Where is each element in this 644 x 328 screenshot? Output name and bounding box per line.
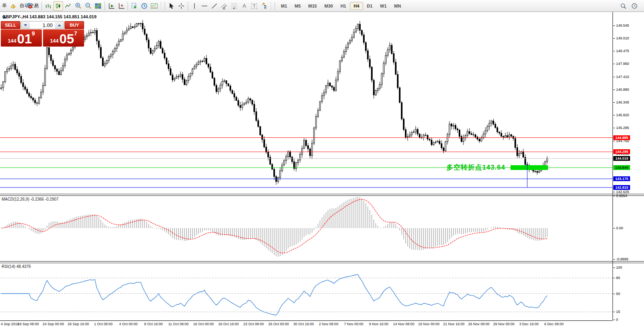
timeframe-m1-button[interactable]: M1: [277, 2, 291, 10]
time-axis[interactable]: 4 Sep 201819 Sep 08:0024 Sep 00:0026 Sep…: [0, 321, 613, 328]
toolbar-right-icons: [618, 1, 643, 11]
axis-tick-label: 146.345: [616, 100, 629, 105]
price-axis[interactable]: 149.545149.010148.475147.950147.410146.8…: [613, 12, 644, 320]
time-button[interactable]: [630, 1, 639, 11]
fibonacci-button[interactable]: F: [230, 1, 239, 11]
axis-tick-label: 149.545: [616, 23, 629, 28]
volume-spinner: 1.00: [21, 21, 64, 29]
chart-shift-icon: [118, 3, 125, 9]
text-button[interactable]: A: [240, 1, 249, 11]
spinner-up-icon: [58, 24, 61, 26]
main-toolbar: 单 自动交易: [0, 0, 644, 12]
one-click-trading-panel: SELL 1.00 BUY 144 01 9 144 05 7: [1, 21, 84, 47]
axis-tick-label: 149.010: [616, 36, 629, 41]
time-axis-label: 26 Sep 16:00: [68, 322, 89, 326]
timeframe-h4-button[interactable]: H4: [350, 2, 363, 10]
sell-price-prefix: 144: [8, 38, 16, 44]
price-chart-canvas[interactable]: [0, 12, 613, 194]
time-axis-label: 4 Sep 2018: [1, 322, 19, 326]
macd-panel-canvas[interactable]: [0, 196, 613, 261]
timeframe-m30-button[interactable]: M30: [321, 2, 336, 10]
time-axis-label: 18 Oct 16:00: [218, 322, 239, 326]
templates-button[interactable]: [149, 1, 159, 11]
text-label-button[interactable]: T: [249, 1, 259, 11]
timeframe-m5-button[interactable]: M5: [291, 2, 304, 10]
periods-clock-icon: [141, 3, 147, 9]
zoom-in-button[interactable]: [73, 1, 83, 11]
time-axis-label: 7 Nov 00:00: [344, 322, 363, 326]
time-axis-label: 1 Oct 08:00: [94, 322, 113, 326]
candlestick-chart-button[interactable]: [53, 1, 63, 11]
cursor-button[interactable]: [167, 1, 176, 11]
axis-tick-label: 148.475: [616, 49, 629, 53]
chart-title: GBPJPY-,H4 143.883 144.155 143.851 144.0…: [2, 14, 96, 19]
time-axis-label: 16 Oct 00:00: [193, 322, 214, 326]
buy-price-prefix: 144: [50, 38, 59, 44]
vertical-line-button[interactable]: [190, 1, 199, 11]
volume-decrease-button[interactable]: [21, 21, 30, 29]
axis-tick-label: 145.285: [616, 126, 629, 130]
timeframe-d1-button[interactable]: D1: [363, 2, 376, 10]
periods-button[interactable]: [139, 1, 149, 11]
new-chart-button[interactable]: [130, 1, 139, 11]
templates-icon: [151, 3, 158, 9]
volume-field[interactable]: 1.00: [30, 21, 55, 29]
toolbar-grip[interactable]: [270, 2, 272, 10]
timeframe-m15-button[interactable]: M15: [305, 2, 320, 10]
price-level-label: 142.815: [613, 185, 630, 190]
time-axis-label: 11 Oct 08:00: [168, 322, 188, 326]
one-click-toggle-icon[interactable]: [2, 15, 6, 19]
horizontal-line-icon: [201, 4, 208, 8]
toolbar-grip[interactable]: [160, 2, 162, 10]
buy-price-box[interactable]: 144 05 7: [43, 29, 84, 47]
sell-price-main: 01: [17, 32, 32, 45]
zoom-out-button[interactable]: [83, 1, 93, 11]
macd-label: MACD(12,26,9) -0.2366 -0.2907: [2, 197, 59, 201]
crosshair-button[interactable]: [177, 1, 186, 11]
horizontal-line-button[interactable]: [200, 1, 209, 11]
buy-button[interactable]: BUY: [65, 21, 84, 29]
vertical-line-icon: [192, 3, 197, 9]
price-level-label: 144.019: [613, 156, 630, 161]
buy-price-main: 05: [59, 32, 74, 45]
autotrading-button[interactable]: 自动交易: [18, 1, 40, 11]
sell-button[interactable]: SELL: [1, 21, 20, 29]
timeframe-mn-button[interactable]: MN: [391, 2, 404, 10]
new-order-button[interactable]: 单: [1, 1, 8, 11]
time-axis-label: 23 Oct 08:00: [243, 322, 264, 326]
axis-tick-label: 145.820: [616, 113, 629, 117]
auto-scroll-button[interactable]: [106, 1, 116, 11]
gold-chart-icon[interactable]: [8, 1, 18, 11]
auto-scroll-icon: [108, 3, 115, 9]
time-axis-label: 30 Oct 16:00: [293, 322, 314, 326]
arrows-icon: [261, 3, 267, 9]
time-axis-label: 26 Nov 08:00: [468, 322, 490, 326]
search-button[interactable]: [618, 1, 628, 11]
price-level-label: 144.885: [613, 135, 630, 140]
sell-price-box[interactable]: 144 01 9: [1, 29, 42, 47]
spinner-down-icon: [24, 24, 27, 26]
bar-chart-button[interactable]: [43, 1, 53, 11]
tile-windows-button[interactable]: [93, 1, 103, 11]
toolbar-separator: [165, 2, 165, 10]
fibonacci-icon: [231, 3, 238, 9]
timeframe-w1-button[interactable]: W1: [377, 2, 391, 10]
chart-shift-button[interactable]: [116, 1, 126, 11]
trendline-button[interactable]: [210, 1, 219, 11]
zoom-in-icon: [75, 2, 82, 9]
chart-annotation: 多空转折点143.64: [383, 163, 505, 172]
toolbar-separator: [188, 2, 188, 10]
label-tool-letter: T: [251, 3, 257, 9]
arrows-button[interactable]: [259, 1, 269, 11]
time-axis-label: 19 Sep 08:00: [18, 322, 39, 326]
axis-tick-label: 146.880: [616, 88, 629, 92]
text-tool-letter: A: [243, 3, 246, 9]
equidistant-channel-button[interactable]: E: [220, 1, 229, 11]
line-chart-button[interactable]: [63, 1, 73, 11]
timeframe-h1-button[interactable]: H1: [337, 2, 349, 10]
candlestick-chart-icon: [55, 3, 61, 9]
axis-tick-label: 147.410: [616, 75, 629, 79]
volume-increase-button[interactable]: [55, 21, 64, 29]
rsi-panel-canvas[interactable]: [0, 263, 613, 320]
search-icon: [620, 3, 626, 9]
